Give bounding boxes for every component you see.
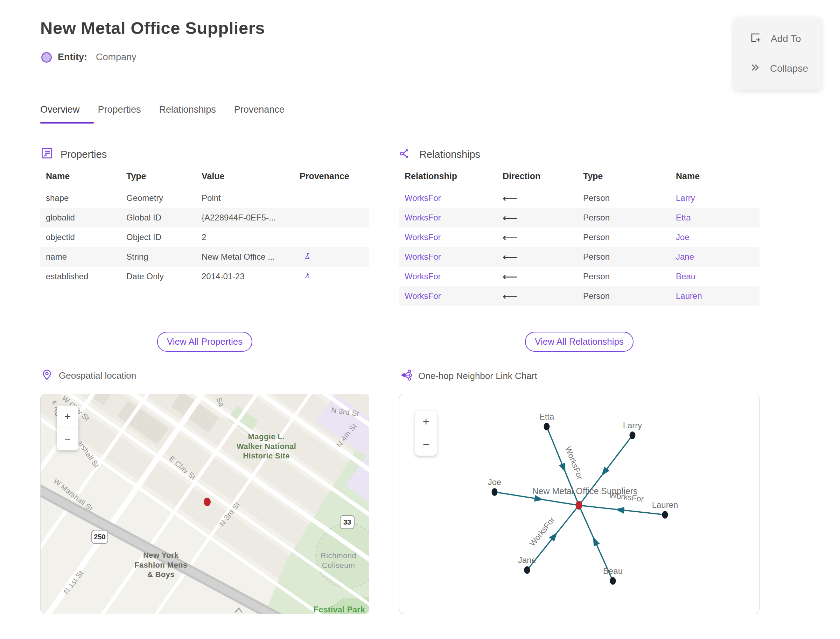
map-zoom-in-button[interactable]: + bbox=[57, 405, 78, 428]
center-node-label: New Metal Office Suppliers bbox=[532, 486, 637, 496]
related-entity-link[interactable]: Etta bbox=[670, 213, 759, 223]
relationship-row: WorksFor⟵PersonEtta bbox=[399, 208, 759, 227]
edge-arrowhead bbox=[615, 507, 624, 514]
property-value-cell: Point bbox=[196, 193, 294, 203]
property-name-cell: shape bbox=[40, 193, 121, 203]
tab-relationships[interactable]: Relationships bbox=[159, 104, 216, 124]
chart-zoom-control: + − bbox=[415, 411, 437, 456]
property-row: shapeGeometryPoint bbox=[40, 188, 369, 208]
page-title: New Metal Office Suppliers bbox=[40, 18, 265, 38]
tab-provenance[interactable]: Provenance bbox=[234, 104, 285, 124]
tab-bar: OverviewPropertiesRelationshipsProvenanc… bbox=[40, 104, 285, 124]
property-type-cell: Object ID bbox=[121, 232, 196, 242]
properties-icon bbox=[40, 147, 54, 162]
view-all-properties-button[interactable]: View All Properties bbox=[157, 332, 252, 352]
provenance-cell[interactable] bbox=[294, 250, 369, 264]
node-label: Joe bbox=[488, 477, 501, 487]
map-zoom-out-button[interactable]: − bbox=[57, 428, 78, 450]
collapse-button[interactable]: Collapse bbox=[750, 62, 821, 76]
related-entity-link[interactable]: Joe bbox=[670, 232, 759, 242]
edge-arrowhead bbox=[549, 532, 558, 541]
edge-arrowhead bbox=[534, 495, 544, 502]
link-chart-canvas[interactable]: WorksForWorksForWorksForEttaLarryJoeLaur… bbox=[399, 394, 759, 614]
relationship-row: WorksFor⟵PersonJane bbox=[399, 247, 759, 267]
entity-row: Entity: Company bbox=[41, 52, 137, 63]
tab-properties[interactable]: Properties bbox=[98, 104, 141, 124]
tab-overview[interactable]: Overview bbox=[40, 104, 80, 124]
direction-arrow: ⟵ bbox=[497, 212, 578, 224]
node-jane[interactable] bbox=[524, 566, 530, 574]
related-entity-link[interactable]: Lauren bbox=[670, 291, 759, 301]
col-provenance: Provenance bbox=[294, 171, 369, 181]
direction-arrow: ⟵ bbox=[497, 270, 578, 283]
relationship-type-cell: Person bbox=[578, 232, 670, 242]
node-larry[interactable] bbox=[630, 431, 636, 439]
geospatial-section-title: Geospatial location bbox=[59, 370, 136, 381]
relationships-icon bbox=[399, 147, 412, 162]
relationship-link[interactable]: WorksFor bbox=[399, 193, 497, 203]
node-label: Jane bbox=[518, 555, 536, 565]
entity-type-icon bbox=[41, 52, 52, 63]
property-type-cell: String bbox=[121, 252, 196, 262]
node-label: Etta bbox=[539, 412, 554, 421]
property-name-cell: globalid bbox=[40, 213, 121, 223]
related-entity-link[interactable]: Jane bbox=[670, 252, 759, 262]
relationship-type-cell: Person bbox=[578, 291, 670, 301]
node-lauren[interactable] bbox=[662, 511, 668, 519]
relationships-table: Relationship Direction Type Name WorksFo… bbox=[399, 164, 759, 306]
map-pin-icon bbox=[41, 369, 52, 382]
provenance-flag-icon[interactable] bbox=[300, 250, 310, 261]
link-chart-section-title: One-hop Neighbor Link Chart bbox=[418, 370, 537, 381]
relationship-link[interactable]: WorksFor bbox=[399, 213, 497, 223]
node-label: Beau bbox=[603, 566, 623, 575]
add-to-button[interactable]: Add To bbox=[750, 32, 821, 46]
geospatial-section-header: Geospatial location bbox=[41, 369, 136, 382]
relationship-link[interactable]: WorksFor bbox=[399, 291, 497, 301]
related-entity-link[interactable]: Beau bbox=[670, 272, 759, 281]
node-label: Lauren bbox=[652, 500, 678, 510]
property-value-cell: {A228944F-0EF5-... bbox=[196, 213, 294, 223]
property-row: nameStringNew Metal Office ... bbox=[40, 247, 369, 267]
center-node[interactable] bbox=[576, 501, 582, 510]
col-relationship: Relationship bbox=[399, 171, 497, 181]
chart-zoom-out-button[interactable]: − bbox=[415, 433, 437, 456]
property-row: establishedDate Only2014-01-23 bbox=[40, 267, 369, 286]
relationships-section-header: Relationships bbox=[399, 147, 480, 162]
relationship-link[interactable]: WorksFor bbox=[399, 272, 497, 281]
col-type: Type bbox=[578, 171, 670, 181]
one-hop-link-chart-icon bbox=[400, 369, 412, 383]
relationship-link[interactable]: WorksFor bbox=[399, 232, 497, 242]
basemap bbox=[41, 394, 369, 614]
property-value-cell: 2014-01-23 bbox=[196, 272, 294, 281]
property-type-cell: Geometry bbox=[121, 193, 196, 203]
edge-arrowhead bbox=[559, 463, 566, 472]
col-direction: Direction bbox=[497, 171, 578, 181]
relationship-type-cell: Person bbox=[578, 213, 670, 223]
col-value: Value bbox=[196, 171, 294, 181]
direction-arrow: ⟵ bbox=[497, 231, 578, 243]
entity-label: Entity: bbox=[58, 52, 87, 63]
edge-label: WorksFor bbox=[527, 515, 557, 548]
edge-arrowhead bbox=[593, 537, 600, 547]
relationship-link[interactable]: WorksFor bbox=[399, 252, 497, 262]
relationship-type-cell: Person bbox=[578, 252, 670, 262]
properties-section-title: Properties bbox=[60, 149, 107, 160]
provenance-cell[interactable] bbox=[294, 270, 369, 283]
provenance-flag-icon[interactable] bbox=[300, 270, 310, 281]
entity-type-value: Company bbox=[96, 52, 137, 63]
relationship-row: WorksFor⟵PersonJoe bbox=[399, 227, 759, 247]
properties-section-header: Properties bbox=[40, 147, 107, 162]
node-beau[interactable] bbox=[610, 577, 616, 585]
map-zoom-control: + − bbox=[57, 405, 78, 450]
chart-zoom-in-button[interactable]: + bbox=[415, 411, 437, 433]
node-etta[interactable] bbox=[544, 423, 550, 431]
relationship-row: WorksFor⟵PersonLauren bbox=[399, 286, 759, 306]
relationship-type-cell: Person bbox=[578, 272, 670, 281]
relationships-section-title: Relationships bbox=[419, 149, 480, 160]
view-all-relationships-button[interactable]: View All Relationships bbox=[525, 332, 633, 352]
edge-arrowhead bbox=[601, 466, 609, 475]
node-joe[interactable] bbox=[492, 488, 498, 496]
map-canvas[interactable]: k RdW Clay StSaN 3rd StMaggie L. Walker … bbox=[40, 394, 369, 614]
related-entity-link[interactable]: Larry bbox=[670, 193, 759, 203]
property-type-cell: Date Only bbox=[121, 272, 196, 281]
